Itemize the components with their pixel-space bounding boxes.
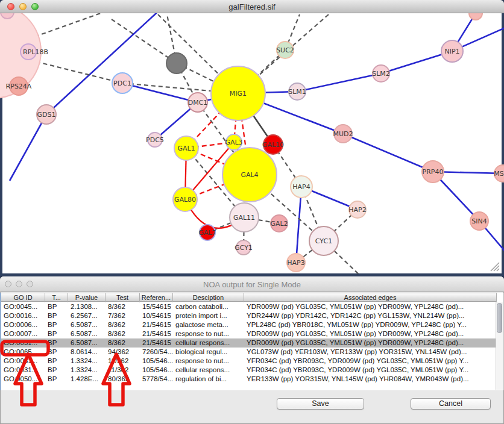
table-cell: regulation of bi...	[173, 375, 244, 384]
edge-SLM1-SLM2[interactable]	[297, 73, 381, 92]
node-label-SUC2: SUC2	[276, 46, 294, 54]
node-label-PRP40: PRP40	[423, 168, 444, 176]
noa-output-window: NOA output for Single Mode GO IDT...P-va…	[0, 276, 504, 424]
node-label-GAL7: GAL7	[198, 229, 216, 237]
table-row[interactable]: GO:0007...BP6.5087...8/36221/54615respon…	[1, 329, 497, 338]
table-cell: 15/54615	[140, 302, 173, 311]
table-row[interactable]: GO:0016...BP6.2567...7/36210/54615protei…	[1, 311, 497, 320]
table-cell: 1.3324...	[68, 366, 106, 375]
table-row[interactable]: GO:0031...BP1.3324...11/362105/546...cel…	[1, 366, 497, 375]
resize-grip-icon[interactable]	[490, 261, 500, 272]
table-row[interactable]: GO:0050...BP1.428E...80/3625778/54...reg…	[1, 375, 497, 384]
table-cell: 6.5087...	[68, 338, 106, 348]
cancel-button[interactable]: Cancel	[411, 398, 491, 410]
noa-window-titlebar[interactable]: NOA output for Single Mode	[0, 276, 504, 292]
column-header-desciption[interactable]: Desciption	[173, 293, 244, 302]
node-label-PDC5: PDC5	[146, 136, 164, 144]
table-cell: cellular respons...	[173, 338, 244, 348]
table-cell: GO:0031...	[1, 357, 45, 366]
table-cell: galactose meta...	[173, 320, 244, 329]
table-row[interactable]: GO:0045...BP2.1308...8/36215/54615carbon…	[1, 302, 497, 311]
table-cell: 8/362	[106, 320, 140, 329]
save-button[interactable]: Save	[277, 398, 364, 410]
table-cell: response to nut...	[173, 357, 244, 366]
table-cell: 1.3324...	[68, 357, 106, 366]
node-label-SLM2: SLM2	[372, 70, 390, 78]
table-cell: cellular respons...	[173, 366, 244, 375]
table-cell: BP	[45, 329, 68, 338]
table-cell: protein import i...	[173, 311, 244, 320]
edge-offscreen-GDS1[interactable]	[46, 13, 164, 114]
table-cell: GO:0016...	[1, 311, 45, 320]
column-header-t-[interactable]: T...	[45, 293, 68, 302]
table-cell: GO:0031...	[1, 366, 45, 375]
node-label-GAL1: GAL1	[177, 145, 195, 152]
edge-MUD2-PRP40[interactable]	[343, 134, 433, 172]
scrollbar-thumb[interactable]	[497, 303, 502, 333]
table-row[interactable]: GO:0031...BP1.3324...11/362105/546...res…	[1, 357, 497, 366]
column-header-test[interactable]: Test	[106, 293, 140, 302]
noa-results-table: GO IDT...P-valueTestReferen...Desciption…	[0, 293, 504, 390]
node-label-GAL11: GAL11	[233, 214, 255, 222]
node-label-RPS24A: RPS24A	[6, 83, 32, 90]
node-label-DMC1: DMC1	[188, 99, 208, 107]
table-row[interactable]: GO:0065...BP8.0614...94/3627260/54...bio…	[1, 348, 497, 357]
table-cell: 7/362	[106, 311, 140, 320]
table-cell: 21/54615	[140, 320, 173, 329]
node-graynode[interactable]	[166, 53, 187, 73]
node-label-GAL10: GAL10	[262, 141, 284, 149]
table-cell: 94/362	[106, 348, 140, 357]
table-cell: YFR034C (pd) YBR093C, YDR009W (pd) YGL03…	[244, 366, 497, 375]
table-cell: 6.5087...	[68, 320, 106, 329]
table-cell: GO:0007...	[1, 329, 45, 338]
table-cell: 5778/54...	[140, 375, 173, 384]
table-cell: 11/362	[106, 357, 140, 366]
node-label-MSL1: MSL1	[494, 170, 504, 178]
node-label-GAL80: GAL80	[174, 196, 196, 204]
table-cell: 21/54615	[140, 329, 173, 338]
table-cell: GO:0050...	[1, 375, 45, 384]
table-cell: 8.0614...	[68, 348, 106, 357]
table-cell: BP	[45, 320, 68, 329]
edge-offscreen-graynode[interactable]	[112, 19, 177, 63]
table-row[interactable]: GO:0031...BP6.5087...8/36221/54615cellul…	[1, 338, 497, 348]
node-label-MIG1: MIG1	[230, 90, 247, 98]
table-header-row: GO IDT...P-valueTestReferen...Desciption…	[1, 293, 497, 302]
node-label-SLM1: SLM1	[288, 88, 306, 96]
column-header-referen-[interactable]: Referen...	[140, 293, 173, 302]
table-cell: GO:0006...	[1, 320, 45, 329]
table-cell: GO:0031...	[1, 338, 45, 348]
node-toprightpink[interactable]	[469, 13, 482, 20]
table-cell: 8/362	[106, 302, 140, 311]
table-cell: YDR009W (pd) YGL035C, YML051W (pp) YDR00…	[244, 338, 497, 348]
table-cell: 11/362	[106, 366, 140, 375]
graph-window-title: galFiltered.sif	[0, 2, 504, 11]
node-label-HAP2: HAP2	[348, 206, 366, 214]
network-canvas[interactable]: RPL18BRPS24AGDS1PDC1DMC1MIG1SUC2SLM1SLM2…	[0, 13, 504, 276]
node-label-PDC1: PDC1	[113, 80, 131, 87]
graph-window-titlebar[interactable]: galFiltered.sif	[0, 0, 504, 13]
button-bar: Save Cancel	[0, 390, 504, 424]
table-cell: YDR244W (pp) YDR142C, YDR142C (pp) YGL15…	[244, 311, 497, 320]
edge-GDS1-offscreen[interactable]	[10, 114, 46, 181]
table-cell: BP	[45, 311, 68, 320]
table-cell: BP	[45, 357, 68, 366]
table-row[interactable]: GO:0006...BP6.5087...8/36221/54615galact…	[1, 320, 497, 329]
table-cell: YGL073W (pd) YER103W, YER133W (pp) YOR31…	[244, 348, 497, 357]
table-cell: 105/546...	[140, 366, 173, 375]
table-cell: biological regul...	[173, 348, 244, 357]
table-cell: 10/54615	[140, 311, 173, 320]
column-header-p-value[interactable]: P-value	[68, 293, 106, 302]
table-cell: BP	[45, 375, 68, 384]
column-header-associated-edges[interactable]: Associated edges	[244, 293, 497, 302]
table-cell: GO:0065...	[1, 348, 45, 357]
table-cell: YFR034C (pd) YBR093C, YDR009W (pd) YGL03…	[244, 357, 497, 366]
vertical-scrollbar[interactable]	[496, 302, 503, 390]
table-cell: BP	[45, 366, 68, 375]
table-cell: 6.2567...	[68, 311, 106, 320]
table-cell: 80/362	[106, 375, 140, 384]
table-cell: carbon cataboli...	[173, 302, 244, 311]
column-header-go-id[interactable]: GO ID	[1, 293, 45, 302]
table-cell: 105/546...	[140, 357, 173, 366]
node-label-SIN4: SIN4	[471, 217, 487, 225]
